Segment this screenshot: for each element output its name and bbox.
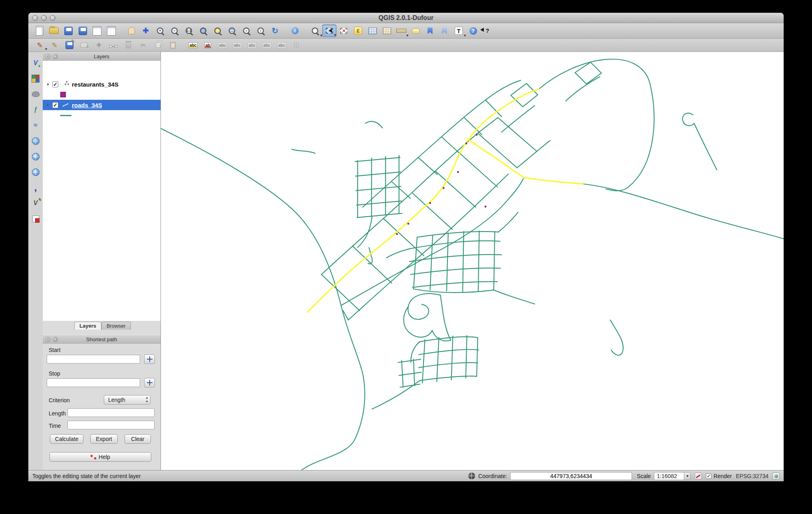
- map-canvas[interactable]: [161, 52, 784, 470]
- add-feature-icon[interactable]: [77, 40, 91, 51]
- zoom-in-icon[interactable]: +: [153, 24, 167, 37]
- save-project-as-icon[interactable]: [75, 24, 90, 37]
- label-grid-icon[interactable]: [289, 40, 304, 51]
- layer-row-roads[interactable]: ▾ ✓ roads_34S: [43, 100, 160, 110]
- layers-panel-float-button[interactable]: ◻: [53, 54, 58, 59]
- delete-selected-icon[interactable]: [121, 40, 136, 51]
- layer-row-restaurants[interactable]: ▾ ✓ restaurants_34S: [43, 79, 160, 89]
- save-layer-edits-icon[interactable]: [62, 40, 77, 51]
- add-raster-layer-icon[interactable]: [30, 73, 42, 84]
- open-attribute-table-icon[interactable]: [365, 24, 380, 37]
- whats-this-icon[interactable]: ?: [480, 24, 495, 37]
- length-input[interactable]: [67, 408, 154, 417]
- tab-layers[interactable]: Layers: [74, 322, 101, 330]
- rotate-label-icon[interactable]: abc: [259, 40, 274, 51]
- layer-labeling-icon[interactable]: abc: [186, 40, 200, 51]
- composer-manager-icon[interactable]: [104, 24, 119, 37]
- layer-visibility-checkbox[interactable]: ✓: [52, 102, 58, 108]
- calculate-button[interactable]: Calculate: [50, 434, 83, 444]
- zoom-last-icon[interactable]: ‹: [239, 24, 254, 37]
- stop-pick-button[interactable]: [144, 378, 155, 387]
- add-vector-layer-icon[interactable]: V: [30, 57, 42, 69]
- zoom-native-icon[interactable]: 1:1: [182, 24, 196, 37]
- expand-triangle-icon[interactable]: ▾: [45, 82, 51, 87]
- stop-render-icon[interactable]: [695, 472, 702, 480]
- select-rectangle-icon[interactable]: [322, 24, 337, 37]
- qgis-window: QGIS 2.0.1-Dufour ✚+−1:1‹›↻iεT?? ✎✎✚✂abc…: [28, 13, 784, 481]
- length-label: Length: [49, 410, 66, 417]
- map-tips-icon[interactable]: [408, 24, 423, 37]
- expand-triangle-icon[interactable]: ▾: [45, 103, 51, 108]
- layer-visibility-checkbox[interactable]: ✓: [52, 81, 58, 87]
- stop-label: Stop: [49, 370, 60, 377]
- clear-button[interactable]: Clear: [125, 434, 151, 444]
- cut-features-icon[interactable]: ✂: [136, 40, 151, 51]
- node-tool-icon[interactable]: [106, 40, 121, 51]
- deselect-all-icon[interactable]: [337, 24, 351, 37]
- toggle-editing-icon[interactable]: ✎: [47, 40, 62, 51]
- refresh-map-icon[interactable]: ↻: [268, 24, 282, 37]
- save-project-icon[interactable]: [61, 24, 75, 37]
- add-spatialite-layer-icon[interactable]: ƒ: [30, 104, 42, 115]
- extents-toggle-icon[interactable]: [468, 472, 475, 479]
- paste-features-icon[interactable]: [165, 40, 180, 51]
- identify-features-icon[interactable]: i: [288, 24, 302, 37]
- layer-tree: ▾ ✓ restaurants_34S ▾ ✓ roads_34S: [43, 61, 160, 321]
- add-wfs-layer-icon[interactable]: F: [30, 166, 42, 178]
- remove-layer-icon[interactable]: [30, 213, 42, 224]
- add-wcs-layer-icon[interactable]: C: [30, 151, 42, 162]
- zoom-full-icon[interactable]: [196, 24, 210, 37]
- pan-map-icon[interactable]: [124, 24, 139, 37]
- new-bookmark-icon[interactable]: [423, 24, 437, 37]
- move-label-icon[interactable]: abc: [245, 40, 259, 51]
- open-project-icon[interactable]: [47, 24, 61, 37]
- highlight-labels-icon[interactable]: abc: [230, 40, 245, 51]
- road-graph-icon: [91, 455, 96, 459]
- title-bar[interactable]: QGIS 2.0.1-Dufour: [28, 13, 784, 23]
- measure-icon[interactable]: [394, 24, 408, 37]
- pan-to-selection-icon[interactable]: ✚: [139, 24, 153, 37]
- render-checkbox[interactable]: ✓: [706, 473, 711, 479]
- layers-panel-close-button[interactable]: ×: [45, 54, 50, 59]
- scale-combo[interactable]: 1:16082 ▼: [654, 472, 691, 480]
- start-pick-button[interactable]: [144, 354, 155, 364]
- new-project-icon[interactable]: [32, 24, 47, 37]
- time-input[interactable]: [67, 421, 154, 429]
- window-title: QGIS 2.0.1-Dufour: [28, 14, 784, 22]
- zoom-next-icon[interactable]: ›: [254, 24, 268, 37]
- roads-symbol-swatch: [60, 115, 71, 116]
- shortest-path-close-button[interactable]: ×: [45, 337, 50, 342]
- help-contents-icon[interactable]: ?: [466, 24, 480, 37]
- pin-labels-icon[interactable]: abc: [215, 40, 230, 51]
- stop-input[interactable]: [47, 378, 140, 387]
- restaurants-symbol-swatch: [60, 92, 66, 97]
- zoom-to-layer-icon[interactable]: [225, 24, 239, 37]
- new-print-composer-icon[interactable]: [90, 24, 104, 37]
- coordinate-input[interactable]: [510, 472, 632, 480]
- text-annotation-icon[interactable]: T: [452, 24, 466, 37]
- show-bookmarks-icon[interactable]: [437, 24, 452, 37]
- add-wms-layer-icon[interactable]: [30, 135, 42, 146]
- field-calculator-icon[interactable]: [380, 24, 394, 37]
- criterion-dropdown[interactable]: Length ▲▼: [104, 395, 151, 405]
- layer-labeling-options-icon[interactable]: ab: [200, 40, 215, 51]
- crs-status-icon[interactable]: [772, 472, 780, 480]
- add-delimited-text-layer-icon[interactable]: ,: [30, 182, 42, 193]
- current-edits-icon[interactable]: ✎: [32, 40, 47, 51]
- copy-features-icon[interactable]: [151, 40, 165, 51]
- zoom-out-icon[interactable]: −: [167, 24, 182, 37]
- add-postgis-layer-icon[interactable]: [30, 89, 42, 100]
- new-shapefile-layer-icon[interactable]: V: [30, 198, 42, 209]
- start-input[interactable]: [47, 355, 140, 364]
- move-feature-icon[interactable]: ✚: [91, 40, 106, 51]
- add-mssql-layer-icon[interactable]: ≈: [30, 120, 42, 131]
- export-button[interactable]: Export: [90, 434, 118, 444]
- change-label-icon[interactable]: abc: [274, 40, 289, 51]
- help-button[interactable]: Help: [50, 452, 151, 462]
- coordinate-label: Coordinate:: [478, 473, 507, 479]
- select-by-expression-icon[interactable]: ε: [351, 24, 365, 37]
- tab-browser[interactable]: Browser: [101, 322, 131, 330]
- zoom-to-selection-icon[interactable]: [210, 24, 225, 37]
- shortest-path-float-button[interactable]: ◻: [53, 337, 58, 342]
- select-menu-icon[interactable]: [308, 24, 322, 37]
